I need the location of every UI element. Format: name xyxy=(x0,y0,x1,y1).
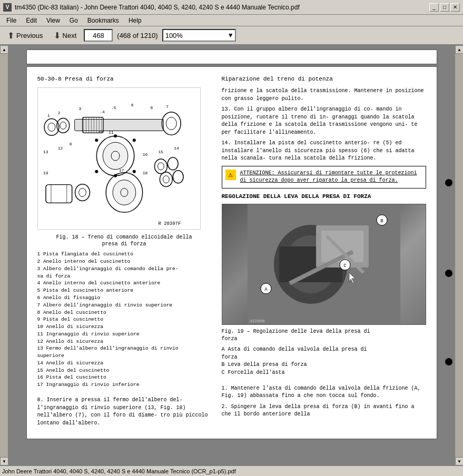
svg-text:14: 14 xyxy=(174,146,179,151)
scroll-indicator-3 xyxy=(445,358,452,365)
toolbar: ⬆ Previous ⬇ Next (468 of 1210) 100% 75%… xyxy=(0,26,463,45)
svg-rect-25 xyxy=(74,120,163,131)
title-bar-controls: _ □ ✕ xyxy=(429,3,460,12)
warning-icon: ⚠ xyxy=(225,170,236,180)
svg-point-40 xyxy=(114,135,117,138)
svg-text:18: 18 xyxy=(142,171,147,175)
svg-text:6: 6 xyxy=(131,103,133,107)
next-label: Next xyxy=(63,32,77,39)
left-scrollbar[interactable]: ▲ ▼ xyxy=(0,45,8,465)
close-button[interactable]: ✕ xyxy=(450,3,460,12)
list-item: 3 Albero dell'ingranaggio di comando del… xyxy=(37,265,211,273)
step-1-right: 1. Mantenere l'asta di comando della val… xyxy=(222,385,426,400)
title-bar-left: V tm4350 (Dic-83 Italian) - John Deere T… xyxy=(3,3,300,12)
svg-text:A: A xyxy=(264,287,268,292)
page-count: (468 of 1210) xyxy=(117,32,157,39)
pdf-page: 50-30-8 Presa di forza 1 2 3 .4 .5 6 8 7… xyxy=(26,66,437,439)
list-item: 4 Anello interno del cuscinetto anterior… xyxy=(37,280,211,287)
status-text: John Deere Trattori 4040, 4040 S, 4240, … xyxy=(2,468,236,474)
list-item: superiore xyxy=(37,352,211,360)
content-area: 50-30-8 Presa di forza 1 2 3 .4 .5 6 8 7… xyxy=(8,45,455,465)
list-item: 8 Anello del cuscinetto xyxy=(37,309,211,316)
page-number-input[interactable] xyxy=(84,29,113,42)
scroll-track-right[interactable] xyxy=(455,54,463,457)
next-icon: ⬇ xyxy=(54,31,61,41)
scroll-indicator-2 xyxy=(445,270,452,277)
right-scrollbar[interactable]: ▲ ▼ xyxy=(455,45,463,465)
zoom-select[interactable]: 100% 75% 125% 150% Fit Page Fit Width xyxy=(162,29,236,42)
page-strip xyxy=(26,49,437,64)
svg-text:8: 8 xyxy=(150,105,153,110)
list-item: 9 Pista del cuscinetto xyxy=(37,316,211,323)
list-item: 1 Pista flangiata del cuscinetto xyxy=(37,251,211,258)
list-item: 12 Anello di sicurezza xyxy=(37,338,211,345)
menu-go[interactable]: Go xyxy=(65,16,82,25)
caption-B: B Leva della presa di forza xyxy=(222,361,426,369)
caption-A: A Asta di comando della valvola della pr… xyxy=(222,346,426,354)
menu-file[interactable]: File xyxy=(2,16,21,25)
step-13: 13. Con il gruppo albero dell'ingranaggi… xyxy=(222,106,426,136)
section-title: REGOLAZIONE DELLA LEVA DELLA PRESA DI FO… xyxy=(222,193,426,201)
right-header: Riparazione del treno di potenza xyxy=(222,75,426,83)
step-14: 14. Installare la pista del cuscinetto a… xyxy=(222,140,426,163)
warning-box: ⚠ ATTENZIONE: Assicurarsi di rimontare t… xyxy=(222,166,426,189)
svg-point-42 xyxy=(95,139,98,142)
svg-point-45 xyxy=(132,170,135,173)
scroll-track-left[interactable] xyxy=(0,54,8,457)
previous-label: Previous xyxy=(16,32,43,39)
svg-point-44 xyxy=(95,170,98,173)
menu-bar: File Edit View Go Bookmarks Help xyxy=(0,15,463,26)
list-item: 13 Fermo dell'albero dell'ingranaggio di… xyxy=(37,345,211,352)
svg-text:7: 7 xyxy=(166,104,169,109)
list-item: 2 Anello interno del cuscinetto xyxy=(37,258,211,265)
svg-text:19: 19 xyxy=(43,171,48,175)
scroll-up-right-button[interactable]: ▲ xyxy=(455,45,463,54)
list-item: 5 Pista del cuscinetto anteriore xyxy=(37,287,211,294)
photo-simulation: A B C 422808 xyxy=(222,204,426,324)
minimize-button[interactable]: _ xyxy=(429,3,439,12)
menu-view[interactable]: View xyxy=(42,16,64,25)
photo-area: A B C 422808 xyxy=(222,204,426,325)
left-column: 50-30-8 Presa di forza 1 2 3 .4 .5 6 8 7… xyxy=(37,75,211,430)
previous-button[interactable]: ⬆ Previous xyxy=(4,29,46,42)
svg-point-43 xyxy=(132,139,135,142)
app-icon: V xyxy=(3,3,12,12)
maximize-button[interactable]: □ xyxy=(440,3,449,12)
menu-help[interactable]: Help xyxy=(124,16,146,25)
scroll-down-button[interactable]: ▼ xyxy=(0,457,8,465)
window-title: tm4350 (Dic-83 Italian) - John Deere Tra… xyxy=(15,4,300,11)
warning-text: ATTENZIONE: Assicurarsi di rimontare tut… xyxy=(240,170,422,185)
caption-C: C Forcella dell'asta xyxy=(222,369,426,377)
list-item: 15 Anello del cuscinetto xyxy=(37,367,211,374)
scroll-indicator-1 xyxy=(445,179,452,186)
list-item: 10 Anello di sicurezza xyxy=(37,323,211,331)
parts-list: 1 Pista flangiata del cuscinetto 2 Anell… xyxy=(37,251,211,389)
svg-text:13: 13 xyxy=(43,150,48,154)
svg-text:3: 3 xyxy=(78,106,81,111)
svg-text:2: 2 xyxy=(57,111,60,115)
menu-edit[interactable]: Edit xyxy=(22,16,41,25)
scroll-down-right-button[interactable]: ▼ xyxy=(455,457,463,465)
next-button[interactable]: ⬇ Next xyxy=(51,29,80,42)
svg-point-38 xyxy=(103,143,128,170)
zoom-wrapper: 100% 75% 125% 150% Fit Page Fit Width ▼ xyxy=(162,29,236,42)
svg-text:12: 12 xyxy=(57,146,63,151)
photo-caption: Fig. 19 – Regolazione delle leva della p… xyxy=(222,328,426,343)
left-header: 50-30-8 Presa di forza xyxy=(37,75,211,83)
svg-text:R 28397F: R 28397F xyxy=(158,221,181,226)
step-8: 8. Inserire a pressa il fermo dell'alber… xyxy=(37,396,211,427)
title-bar: V tm4350 (Dic-83 Italian) - John Deere T… xyxy=(0,0,463,15)
svg-text:16: 16 xyxy=(142,152,147,157)
body-text-intro: frizione e la scatola della trasmissione… xyxy=(222,87,426,103)
svg-text:15: 15 xyxy=(158,150,163,154)
svg-text:C: C xyxy=(343,263,347,269)
svg-text:1: 1 xyxy=(47,113,50,118)
menu-bookmarks[interactable]: Bookmarks xyxy=(83,16,123,25)
caption-A2: forza xyxy=(222,354,426,362)
list-item: sa di forza xyxy=(37,273,211,280)
svg-text:8: 8 xyxy=(69,142,72,147)
diagram-label: Fig. 18 – Treno di comando elicoidale de… xyxy=(37,234,211,247)
scroll-up-button[interactable]: ▲ xyxy=(0,45,8,54)
list-item: 17 Ingranaggio di rinvio inferiore xyxy=(37,381,211,389)
previous-icon: ⬆ xyxy=(7,31,14,41)
